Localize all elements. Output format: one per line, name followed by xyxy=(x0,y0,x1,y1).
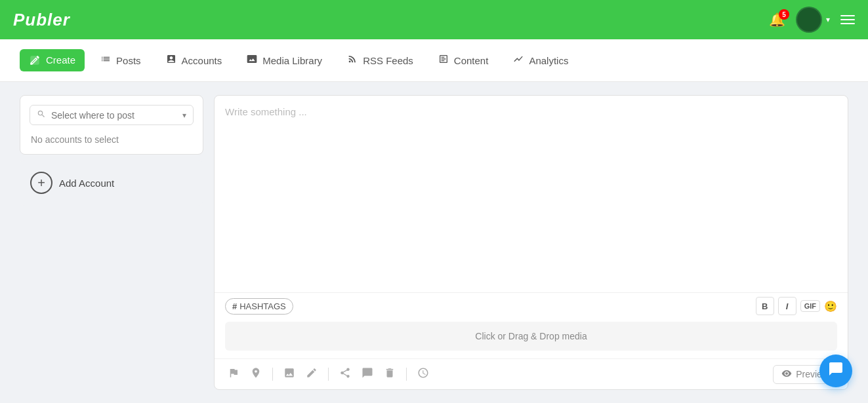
compose-toolbar: # HASHTAGS B I GIF 🙂 xyxy=(215,292,848,322)
hamburger-menu[interactable] xyxy=(840,15,855,24)
hamburger-line xyxy=(840,15,855,16)
nav-item-analytics[interactable]: Analytics xyxy=(504,48,577,72)
nav-item-rss-feeds[interactable]: RSS Feeds xyxy=(338,48,423,72)
nav-item-accounts[interactable]: Accounts xyxy=(157,48,232,72)
left-panel: ▾ No accounts to select + Add Account xyxy=(20,95,203,390)
italic-button[interactable]: I xyxy=(778,297,796,315)
share-icon[interactable] xyxy=(337,364,354,384)
hash-icon: # xyxy=(232,301,237,311)
dropdown-arrow-icon[interactable]: ▾ xyxy=(182,111,186,120)
create-icon xyxy=(29,54,41,67)
compose-textarea[interactable] xyxy=(225,106,837,159)
toolbar-divider xyxy=(272,368,273,381)
nav-item-content[interactable]: Content xyxy=(429,48,498,72)
emoji-button[interactable]: 🙂 xyxy=(824,300,837,313)
hashtags-button[interactable]: # HASHTAGS xyxy=(225,298,293,315)
chat-bubble-button[interactable] xyxy=(819,355,852,387)
flag-icon[interactable] xyxy=(225,364,242,384)
nav-analytics-label: Analytics xyxy=(529,55,568,66)
nav-content-label: Content xyxy=(454,55,489,66)
logo: Publer xyxy=(13,10,70,30)
image-icon[interactable] xyxy=(281,364,298,384)
nav-create-label: Create xyxy=(46,54,75,66)
media-drop-zone[interactable]: Click or Drag & Drop media xyxy=(225,322,837,351)
trash-icon[interactable] xyxy=(381,364,398,384)
timer-icon[interactable] xyxy=(415,364,432,384)
comment-icon[interactable] xyxy=(359,364,376,384)
account-search-input[interactable] xyxy=(51,110,177,121)
edit-icon[interactable] xyxy=(303,364,320,384)
toolbar-divider-2 xyxy=(328,368,329,381)
nav-item-media-library[interactable]: Media Library xyxy=(238,48,331,72)
account-search-row: ▾ xyxy=(30,105,194,125)
posts-icon xyxy=(100,54,111,67)
analytics-icon xyxy=(513,54,524,67)
hamburger-line xyxy=(840,23,855,24)
nav-media-label: Media Library xyxy=(262,55,322,66)
add-account-label: Add Account xyxy=(59,178,114,189)
rss-icon xyxy=(347,54,358,67)
notifications-button[interactable]: 🔔 5 xyxy=(769,12,785,28)
nav-rss-label: RSS Feeds xyxy=(363,55,413,66)
nav-accounts-label: Accounts xyxy=(182,55,222,66)
media-library-icon xyxy=(247,54,257,67)
account-select-box: ▾ No accounts to select xyxy=(20,95,203,155)
notification-badge: 5 xyxy=(779,9,789,20)
chat-bubble-icon xyxy=(828,361,844,381)
action-toolbar: Preview xyxy=(215,358,848,389)
nav-posts-label: Posts xyxy=(116,55,141,66)
header: Publer 🔔 5 ▾ xyxy=(0,0,868,39)
eye-icon xyxy=(781,368,792,381)
no-accounts-label: No accounts to select xyxy=(30,134,194,145)
main-content: ▾ No accounts to select + Add Account # … xyxy=(0,82,868,403)
bold-button[interactable]: B xyxy=(756,297,774,315)
format-tools: B I GIF 🙂 xyxy=(756,297,837,315)
compose-area xyxy=(215,96,848,292)
content-icon xyxy=(438,54,449,67)
chevron-down-icon: ▾ xyxy=(826,15,830,24)
hamburger-line xyxy=(840,19,855,20)
search-icon xyxy=(37,109,46,121)
location-icon[interactable] xyxy=(247,364,264,384)
nav-item-posts[interactable]: Posts xyxy=(91,48,150,72)
add-account-button[interactable]: + Add Account xyxy=(20,160,203,206)
accounts-icon xyxy=(166,54,176,67)
user-menu[interactable]: ▾ xyxy=(796,7,830,33)
nav-item-create[interactable]: Create xyxy=(20,49,85,72)
compose-panel: # HASHTAGS B I GIF 🙂 Click or Drag & Dro… xyxy=(214,95,848,390)
hashtags-label: HASHTAGS xyxy=(239,301,286,311)
gif-button[interactable]: GIF xyxy=(800,300,820,312)
header-actions: 🔔 5 ▾ xyxy=(769,7,855,33)
main-nav: Create Posts Accounts Media Library RSS … xyxy=(0,39,868,82)
add-account-plus-icon: + xyxy=(30,172,52,194)
toolbar-divider-3 xyxy=(406,368,407,381)
avatar xyxy=(796,7,822,33)
